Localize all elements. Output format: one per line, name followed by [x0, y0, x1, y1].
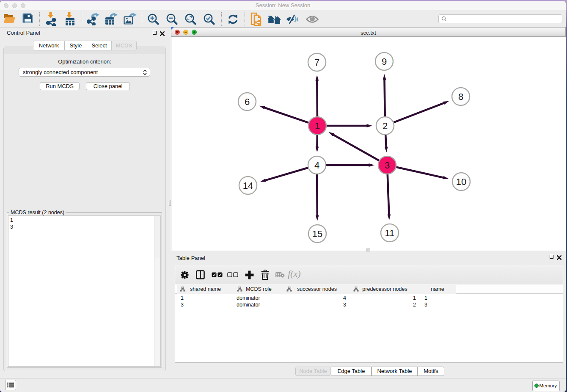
svg-text:11: 11: [385, 228, 395, 238]
svg-text:6: 6: [245, 97, 250, 107]
svg-text:7: 7: [314, 57, 319, 68]
svg-text:14: 14: [243, 180, 253, 191]
svg-text:3: 3: [385, 160, 390, 171]
svg-text:1: 1: [315, 121, 320, 131]
svg-text:10: 10: [456, 177, 466, 187]
svg-text:8: 8: [458, 91, 463, 102]
svg-text:2: 2: [383, 121, 388, 131]
svg-text:15: 15: [312, 229, 322, 239]
svg-text:9: 9: [382, 56, 387, 67]
svg-text:4: 4: [314, 160, 319, 171]
